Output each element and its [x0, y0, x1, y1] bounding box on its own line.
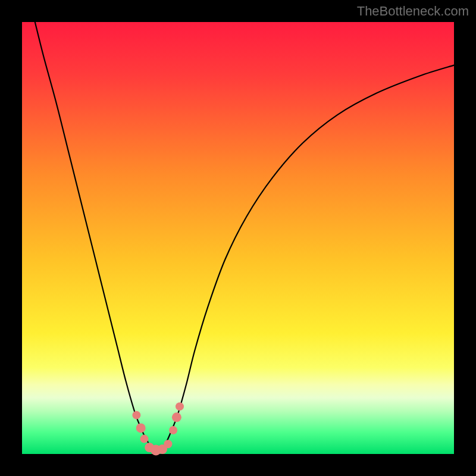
chart-plot-area: [22, 22, 454, 454]
data-marker: [140, 435, 148, 443]
bottleneck-curve: [35, 22, 454, 450]
chart-frame: TheBottleneck.com: [0, 0, 476, 476]
data-marker: [136, 423, 146, 433]
data-marker: [172, 412, 181, 422]
data-marker: [176, 402, 184, 411]
chart-svg: [22, 22, 454, 454]
watermark-label: TheBottleneck.com: [357, 4, 469, 19]
data-marker: [132, 411, 140, 419]
data-marker: [169, 426, 177, 434]
data-marker: [164, 440, 172, 448]
